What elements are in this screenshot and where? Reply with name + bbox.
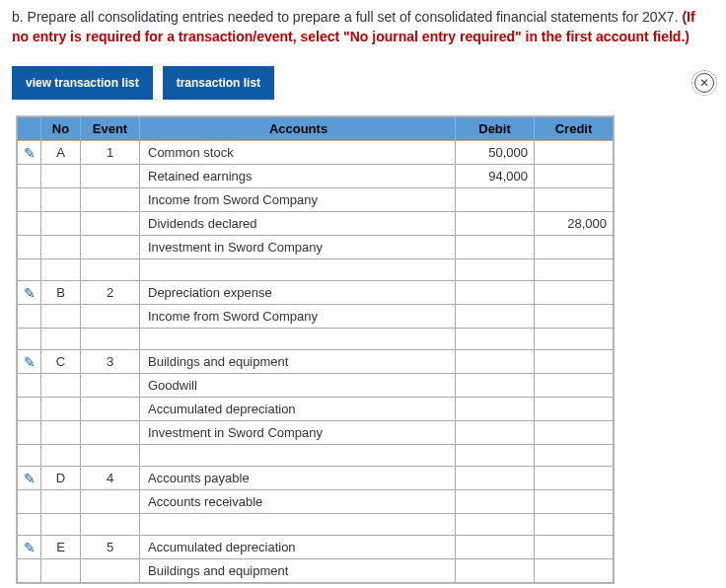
account-cell[interactable]: Buildings and equipment: [140, 559, 456, 583]
account-cell[interactable]: [140, 329, 456, 350]
journal-table-wrap: No Event Accounts Debit Credit ✎A1Common…: [16, 115, 615, 584]
account-cell[interactable]: Accounts receivable: [140, 490, 456, 514]
debit-cell[interactable]: [456, 350, 535, 374]
event-cell: 2: [81, 281, 140, 305]
credit-cell[interactable]: [535, 305, 614, 329]
edit-cell[interactable]: ✎: [18, 350, 41, 374]
event-cell: [81, 236, 140, 259]
account-cell[interactable]: Income from Sword Company: [140, 305, 456, 329]
no-cell: [41, 236, 81, 259]
credit-cell[interactable]: [535, 350, 614, 374]
debit-cell[interactable]: [456, 445, 535, 467]
credit-cell[interactable]: [535, 165, 614, 188]
table-row: [18, 259, 614, 281]
table-row: Accounts receivable: [18, 490, 614, 514]
edit-cell[interactable]: ✎: [18, 141, 41, 165]
event-cell: [81, 188, 140, 212]
credit-cell[interactable]: 28,000: [535, 212, 614, 236]
account-cell[interactable]: Retained earnings: [140, 165, 456, 188]
account-cell[interactable]: Common stock: [140, 141, 456, 165]
credit-cell[interactable]: [535, 141, 614, 165]
no-cell: B: [41, 281, 81, 305]
credit-cell[interactable]: [535, 514, 614, 536]
header-credit: Credit: [535, 117, 614, 141]
debit-cell[interactable]: [456, 212, 535, 236]
view-transaction-list-button[interactable]: view transaction list: [12, 66, 153, 100]
account-cell[interactable]: Income from Sword Company: [140, 188, 456, 212]
account-cell[interactable]: Goodwill: [140, 374, 456, 398]
credit-cell[interactable]: [535, 490, 614, 514]
prompt-text: b. Prepare all consolidating entries nee…: [12, 9, 682, 25]
pencil-icon[interactable]: ✎: [24, 285, 36, 301]
close-icon[interactable]: ✕: [694, 73, 714, 93]
debit-cell[interactable]: 94,000: [456, 165, 535, 188]
table-row: [18, 445, 614, 467]
debit-cell[interactable]: [456, 490, 535, 514]
account-cell[interactable]: Investment in Sword Company: [140, 421, 456, 445]
debit-cell[interactable]: 50,000: [456, 141, 535, 165]
credit-cell[interactable]: [535, 559, 614, 583]
table-row: ✎A1Common stock50,000: [18, 141, 614, 165]
credit-cell[interactable]: [535, 259, 614, 281]
account-cell[interactable]: [140, 514, 456, 536]
credit-cell[interactable]: [535, 329, 614, 350]
edit-cell[interactable]: ✎: [18, 467, 41, 490]
event-cell: [81, 421, 140, 445]
edit-cell[interactable]: ✎: [18, 536, 41, 559]
debit-cell[interactable]: [456, 281, 535, 305]
edit-cell: [18, 212, 41, 236]
edit-cell[interactable]: ✎: [18, 281, 41, 305]
credit-cell[interactable]: [535, 281, 614, 305]
account-cell[interactable]: [140, 259, 456, 281]
debit-cell[interactable]: [456, 467, 535, 490]
edit-cell: [18, 559, 41, 583]
credit-cell[interactable]: [535, 236, 614, 259]
event-cell: [81, 165, 140, 188]
pencil-icon[interactable]: ✎: [24, 471, 36, 486]
event-cell: [81, 259, 140, 281]
debit-cell[interactable]: [456, 421, 535, 445]
edit-cell: [18, 305, 41, 329]
edit-cell: [18, 445, 41, 467]
pencil-icon[interactable]: ✎: [24, 540, 36, 555]
debit-cell[interactable]: [456, 236, 535, 259]
debit-cell[interactable]: [456, 559, 535, 583]
account-cell[interactable]: Accumulated depreciation: [140, 398, 456, 421]
edit-cell: [18, 236, 41, 259]
event-cell: [81, 490, 140, 514]
account-cell[interactable]: Accumulated depreciation: [140, 536, 456, 559]
debit-cell[interactable]: [456, 398, 535, 421]
table-row: Accumulated depreciation: [18, 398, 614, 421]
edit-cell: [18, 490, 41, 514]
table-row: ✎B2Depreciation expense: [18, 281, 614, 305]
account-cell[interactable]: Dividends declared: [140, 212, 456, 236]
no-cell: [41, 329, 81, 350]
debit-cell[interactable]: [456, 536, 535, 559]
debit-cell[interactable]: [456, 374, 535, 398]
debit-cell[interactable]: [456, 259, 535, 281]
credit-cell[interactable]: [535, 188, 614, 212]
event-cell: [81, 398, 140, 421]
credit-cell[interactable]: [535, 398, 614, 421]
credit-cell[interactable]: [535, 374, 614, 398]
debit-cell[interactable]: [456, 329, 535, 350]
no-cell: [41, 165, 81, 188]
account-cell[interactable]: Accounts payable: [140, 467, 456, 490]
debit-cell[interactable]: [456, 305, 535, 329]
pencil-icon[interactable]: ✎: [24, 145, 36, 161]
edit-cell: [18, 188, 41, 212]
credit-cell[interactable]: [535, 445, 614, 467]
account-cell[interactable]: Buildings and equipment: [140, 350, 456, 374]
credit-cell[interactable]: [535, 467, 614, 490]
account-cell[interactable]: Depreciation expense: [140, 281, 456, 305]
no-cell: [41, 374, 81, 398]
credit-cell[interactable]: [535, 421, 614, 445]
credit-cell[interactable]: [535, 536, 614, 559]
account-cell[interactable]: [140, 445, 456, 467]
debit-cell[interactable]: [456, 514, 535, 536]
pencil-icon[interactable]: ✎: [24, 354, 36, 370]
transaction-list-button[interactable]: transaction list: [163, 66, 274, 100]
event-cell: [81, 559, 140, 583]
debit-cell[interactable]: [456, 188, 535, 212]
account-cell[interactable]: Investment in Sword Company: [140, 236, 456, 259]
